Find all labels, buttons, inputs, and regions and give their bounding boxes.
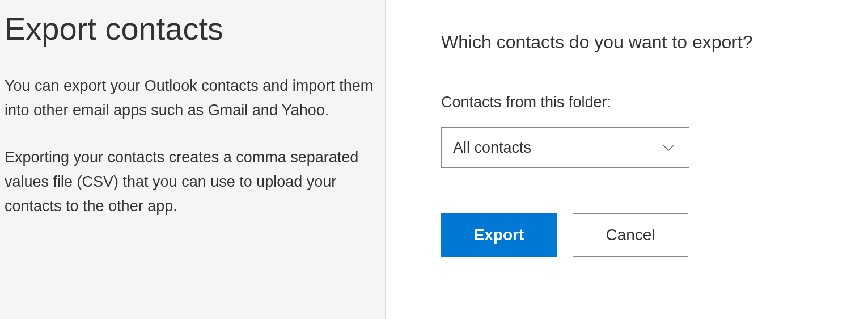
export-button[interactable]: Export	[441, 213, 557, 257]
button-row: Export Cancel	[441, 213, 845, 257]
info-paragraph-2: Exporting your contacts creates a comma …	[5, 145, 380, 219]
folder-label: Contacts from this folder:	[441, 94, 845, 111]
page-title: Export contacts	[5, 11, 380, 47]
form-panel: Which contacts do you want to export? Co…	[386, 0, 868, 319]
info-panel: Export contacts You can export your Outl…	[0, 0, 386, 319]
dropdown-selected-text: All contacts	[453, 139, 531, 157]
chevron-down-icon	[662, 141, 675, 154]
cancel-button[interactable]: Cancel	[573, 213, 688, 257]
form-heading: Which contacts do you want to export?	[441, 32, 845, 53]
folder-dropdown[interactable]: All contacts	[441, 127, 689, 168]
info-paragraph-1: You can export your Outlook contacts and…	[5, 74, 380, 123]
